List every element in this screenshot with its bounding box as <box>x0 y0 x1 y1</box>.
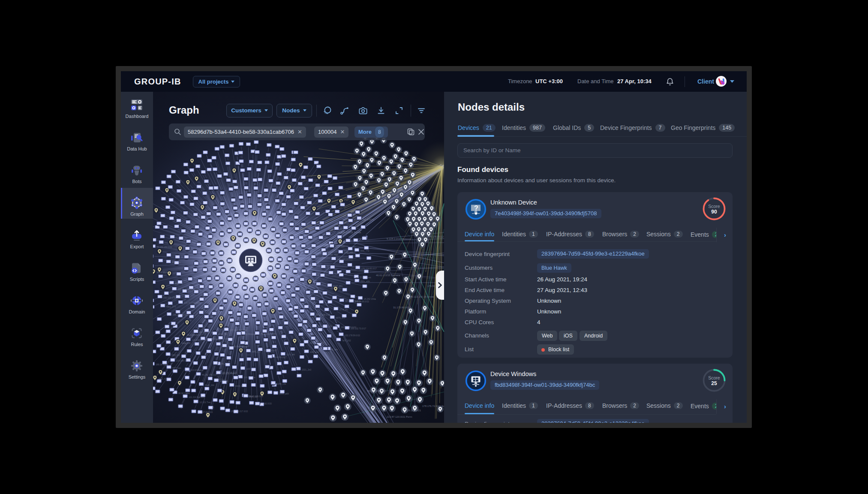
svg-text:160.19 St.Petersburg: 160.19 St.Petersburg <box>178 288 198 291</box>
svg-text:31.173.80.0/20: 31.173.80.0/20 <box>393 306 411 309</box>
svg-text:116.238 Ufa: 116.238 Ufa <box>244 376 255 379</box>
svg-text:7092_45d: 7092_45d <box>328 253 338 256</box>
svg-text:12.101 Tver: 12.101 Tver <box>199 401 211 404</box>
svg-text:223.67 Kazan: 223.67 Kazan <box>191 369 204 371</box>
svg-text:66.92 Omsk: 66.92 Omsk <box>178 392 190 395</box>
svg-text:95.220.0.0/15: 95.220.0.0/15 <box>410 231 426 234</box>
svg-text:189.38 Sochi: 189.38 Sochi <box>156 363 168 366</box>
svg-text:178.176.72.0/21 Sochi: 178.176.72.0/21 Sochi <box>422 405 444 407</box>
svg-text:cd16_ad4: cd16_ad4 <box>246 367 255 370</box>
svg-text:93.150.167.0/16: 93.150.167.0/16 <box>199 331 215 334</box>
svg-text:597f_ea1: 597f_ea1 <box>172 367 181 369</box>
svg-text:1.147 Kursk: 1.147 Kursk <box>360 276 371 279</box>
svg-text:46.61.0.0/16 Samara: 46.61.0.0/16 Samara <box>376 274 400 277</box>
svg-text:153.9 Minsk: 153.9 Minsk <box>157 271 168 274</box>
svg-text:33.230.154.0/22: 33.230.154.0/22 <box>157 246 172 248</box>
svg-text:16.67.94.0/17: 16.67.94.0/17 <box>264 349 277 352</box>
svg-text:b8f5_c6b: b8f5_c6b <box>252 350 261 353</box>
svg-text:178.176.90.12 Kursk: 178.176.90.12 Kursk <box>427 235 444 238</box>
svg-text:236.116.152.0/22: 236.116.152.0/22 <box>173 313 189 316</box>
svg-text:692c_a1b: 692c_a1b <box>360 280 370 283</box>
svg-text:?: ? <box>474 205 478 212</box>
svg-text:2321_2e2: 2321_2e2 <box>302 368 311 371</box>
svg-text:137.140.242.0/16: 137.140.242.0/16 <box>230 329 246 331</box>
svg-text:166.137.44.0/20: 166.137.44.0/20 <box>197 411 213 413</box>
svg-text:2778_8fc: 2778_8fc <box>339 308 348 311</box>
svg-text:b975_3c9: b975_3c9 <box>336 316 345 319</box>
svg-text:f44b_770: f44b_770 <box>360 250 369 252</box>
svg-text:120.222.123.0/17: 120.222.123.0/17 <box>192 339 208 341</box>
svg-text:89ef_f15: 89ef_f15 <box>249 395 258 398</box>
svg-text:41a9_1bb: 41a9_1bb <box>205 384 214 386</box>
svg-text:148.139 Tomsk: 148.139 Tomsk <box>206 338 221 340</box>
svg-text:36.203.149.0/17: 36.203.149.0/17 <box>187 334 202 336</box>
svg-text:a9c2_f5b: a9c2_f5b <box>218 333 227 335</box>
svg-text:3247_651: 3247_651 <box>333 285 342 287</box>
svg-text:0ff8_cf6: 0ff8_cf6 <box>175 282 183 285</box>
svg-text:85.26.232.0/21: 85.26.232.0/21 <box>404 409 421 412</box>
svg-text:121.80 Omsk: 121.80 Omsk <box>213 378 226 381</box>
svg-text:3395_a69: 3395_a69 <box>279 392 288 395</box>
svg-text:213.87.120.0/21 Perm: 213.87.120.0/21 Perm <box>387 416 412 418</box>
svg-text:90: 90 <box>711 209 717 215</box>
svg-text:254.228.217.0/22: 254.228.217.0/22 <box>231 410 248 413</box>
svg-text:3e12_b3c: 3e12_b3c <box>158 377 168 380</box>
svg-text:36.31 Moscow: 36.31 Moscow <box>242 333 256 335</box>
svg-text:89.113.142.16 Omsk: 89.113.142.16 Omsk <box>410 295 434 298</box>
svg-text:b04f_cbd: b04f_cbd <box>310 351 319 353</box>
svg-text:37.111.0.0/17: 37.111.0.0/17 <box>359 218 374 221</box>
svg-text:149.64.66.0/22: 149.64.66.0/22 <box>355 300 369 303</box>
svg-text:Score: Score <box>708 204 720 209</box>
svg-text:8167_637: 8167_637 <box>335 245 345 248</box>
svg-text:82.26 St.Petersburg: 82.26 St.Petersburg <box>228 345 247 348</box>
svg-text:b4c9_04f: b4c9_04f <box>235 385 244 387</box>
svg-text:232.129.175.0/21: 232.129.175.0/21 <box>163 296 180 299</box>
svg-text:43b1_379: 43b1_379 <box>166 305 176 308</box>
svg-text:76.173.227.0/20: 76.173.227.0/20 <box>261 333 276 335</box>
svg-text:25: 25 <box>711 380 717 386</box>
svg-text:83.220.236.0/22: 83.220.236.0/22 <box>367 390 386 392</box>
svg-text:cc82_b4c: cc82_b4c <box>329 348 338 351</box>
svg-text:205.131 Perm: 205.131 Perm <box>222 372 235 375</box>
svg-text:2296_c3e: 2296_c3e <box>277 383 286 385</box>
svg-text:282f_fc3: 282f_fc3 <box>171 354 180 356</box>
svg-text:bdde_28f: bdde_28f <box>181 342 190 344</box>
svg-text:145.218.13.0/22: 145.218.13.0/22 <box>337 258 352 261</box>
svg-text:215.71.219.0/17: 215.71.219.0/17 <box>184 301 199 304</box>
svg-text:214.158 Omsk: 214.158 Omsk <box>176 359 190 362</box>
svg-text:107.179.192.0/20: 107.179.192.0/20 <box>255 402 272 405</box>
svg-text:139.104.65.0/17: 139.104.65.0/17 <box>361 267 377 270</box>
svg-text:Score: Score <box>708 375 720 380</box>
svg-text:527f_44f: 527f_44f <box>286 353 295 356</box>
svg-text:94fd_448: 94fd_448 <box>344 251 353 254</box>
svg-text:121.214 Samara: 121.214 Samara <box>189 396 204 398</box>
svg-text:205.132.73.0/17: 205.132.73.0/17 <box>351 327 366 330</box>
svg-text:5.228.0.0/16 Moscow: 5.228.0.0/16 Moscow <box>387 238 411 240</box>
svg-text:132.178.59.0/22: 132.178.59.0/22 <box>345 334 360 337</box>
svg-text:14.42.66.0/17: 14.42.66.0/17 <box>273 356 287 358</box>
svg-text:856f_f1b: 856f_f1b <box>172 261 180 264</box>
svg-text:14.242 Chita: 14.242 Chita <box>364 298 376 300</box>
svg-text:7a7f_002: 7a7f_002 <box>342 339 351 342</box>
svg-text:114.40.45.0/22: 114.40.45.0/22 <box>318 325 332 328</box>
svg-text:122.53.151.0/17: 122.53.151.0/17 <box>309 341 325 344</box>
svg-text:716b_df4: 716b_df4 <box>224 337 233 340</box>
svg-text:92.124.0.0/15 Tomsk: 92.124.0.0/15 Tomsk <box>337 231 362 234</box>
svg-text:25.72.158.0/16: 25.72.158.0/16 <box>316 313 330 316</box>
svg-text:46.242.191.0/17: 46.242.191.0/17 <box>202 374 217 376</box>
svg-text:02b5_2ea: 02b5_2ea <box>219 362 228 365</box>
